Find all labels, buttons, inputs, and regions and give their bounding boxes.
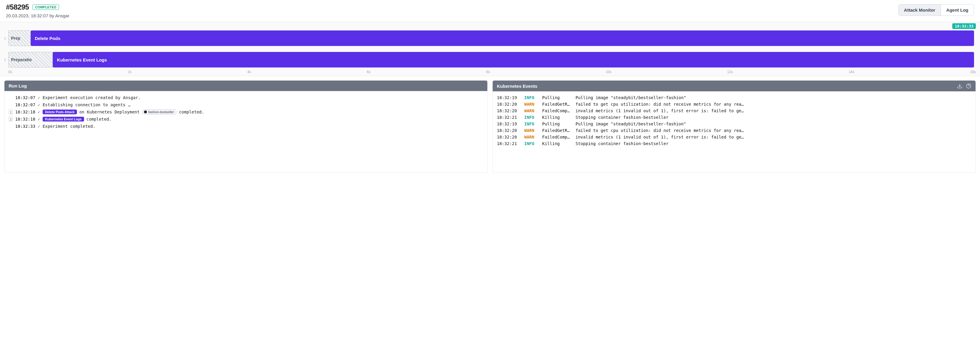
axis-tick: 6s [367,70,371,74]
k8s-events-header: Kubernetes Events [493,81,975,91]
event-timestamp: 18:32:21 [497,141,521,146]
event-reason: Pulling [542,122,572,126]
run-log-panel: Run Log 18:32:07✓Experiment execution cr… [4,80,488,173]
run-log-row: 118:32:18✓Delete Pods Attack on Kubernet… [9,108,483,115]
event-timestamp: 18:32:20 [497,128,521,133]
k8s-event-row: 18:32:21INFOKillingStopping container fa… [497,114,971,121]
timeline-axis: 0s2s4s6s8s10s12s14s16s [4,67,976,76]
k8s-event-row: 18:32:20WARNFailedCompu…invalid metrics … [497,134,971,140]
preparation-block[interactable]: Preparatio [8,52,53,67]
axis-tick: 2s [128,70,132,74]
check-icon: ✓ [38,124,40,129]
timeline-lane: 1PrepDelete Pods [4,30,976,46]
event-level: WARN [524,128,539,133]
axis-tick: 0s [8,70,12,74]
download-icon[interactable] [957,83,963,89]
check-icon: ✓ [38,117,40,122]
event-message: failed to get cpu utilization: did not r… [576,128,971,133]
event-message: Pulling image "steadybit/bestseller-fash… [576,122,971,126]
event-reason: FailedGetRe… [542,102,572,107]
panels: Run Log 18:32:07✓Experiment execution cr… [0,76,980,177]
run-log-row: 18:32:33✓Experiment completed. [9,123,483,130]
row-index [9,123,13,129]
step-pill[interactable]: Kubernetes Event Logs [43,117,84,122]
timeline-lane: 2PreparatioKubernetes Event Logs [4,52,976,67]
event-level: INFO [524,141,539,146]
run-log-title: Run Log [9,83,27,88]
k8s-event-row: 18:32:20WARNFailedGetRe…failed to get cp… [497,101,971,107]
run-log-row: 18:32:07✓Establishing connection to agen… [9,101,483,108]
k8s-events-body: 18:32:19INFOPullingPulling image "steady… [493,91,975,150]
view-tabs: Attack Monitor Agent Log [898,4,974,16]
k8s-event-row: 18:32:20WARNFailedGetRe…failed to get cp… [497,127,971,134]
row-index: 1 [9,109,13,115]
log-timestamp: 18:32:07 [15,95,35,100]
check-icon: ✓ [38,110,40,114]
axis-tick: 8s [486,70,490,74]
k8s-events-title: Kubernetes Events [497,83,538,89]
k8s-event-row: 18:32:20WARNFailedCompu…invalid metrics … [497,107,971,114]
log-text: Experiment completed. [43,124,95,129]
page-header: #58295 COMPLETED 20.03.2023, 18:32:07 by… [0,0,980,22]
event-message: Pulling image "steadybit/bestseller-fash… [576,95,971,100]
log-timestamp: 18:32:07 [15,102,35,107]
k8s-event-row: 18:32:19INFOPullingPulling image "steady… [497,94,971,101]
title-row: #58295 COMPLETED [6,3,70,11]
event-message: Stopping container fashion-bestseller [576,115,971,120]
axis-tick: 16s [970,70,976,74]
log-timestamp: 18:32:33 [15,124,35,129]
step-block[interactable]: Kubernetes Event Logs [53,52,974,67]
event-message: invalid metrics (1 invalid out of 1), fi… [576,134,971,139]
event-reason: Pulling [542,95,572,100]
event-reason: FailedCompu… [542,108,572,113]
event-reason: FailedGetRe… [542,128,572,133]
event-timestamp: 18:32:20 [497,134,521,139]
check-icon: ✓ [38,102,40,107]
lane-track: PreparatioKubernetes Event Logs [8,52,976,67]
k8s-event-row: 18:32:19INFOPullingPulling image "steady… [497,121,971,127]
event-level: INFO [524,122,539,126]
event-message: invalid metrics (1 invalid out of 1), fi… [576,108,971,113]
event-message: Stopping container fashion-bestseller [576,141,971,146]
log-text: on Kubernetes Deployment [79,110,140,114]
log-text: completed. [179,110,204,114]
tab-agent-log[interactable]: Agent Log [941,5,974,16]
status-badge: COMPLETED [32,5,59,10]
run-meta: 20.03.2023, 18:32:07 by Ansgar [6,13,70,18]
row-index [9,95,13,100]
k8s-events-actions [957,83,971,89]
run-log-header: Run Log [5,81,487,91]
current-time-chip: 18:32:33 [952,23,976,29]
event-reason: Killing [542,115,572,120]
timeline: 18:32:33 1PrepDelete Pods2PreparatioKube… [0,22,980,76]
k8s-event-row: 18:32:21INFOKillingStopping container fa… [497,140,971,147]
step-pill[interactable]: Delete Pods Attack [43,110,77,114]
event-level: INFO [524,115,539,120]
event-message: failed to get cpu utilization: did not r… [576,102,971,107]
preparation-block[interactable]: Prep [8,30,31,46]
event-level: WARN [524,102,539,107]
event-timestamp: 18:32:20 [497,108,521,113]
help-icon[interactable] [966,83,971,89]
tab-attack-monitor[interactable]: Attack Monitor [899,5,941,16]
event-reason: FailedCompu… [542,134,572,139]
log-text: Experiment execution created by Ansgar. [43,95,141,100]
run-log-row: 218:32:18✓Kubernetes Event Logs complete… [9,115,483,123]
k8s-events-panel: Kubernetes Events 18:32:19INFOPullingPul… [492,80,976,173]
event-level: INFO [524,95,539,100]
event-timestamp: 18:32:19 [497,95,521,100]
row-index [9,102,13,107]
event-level: WARN [524,134,539,139]
axis-tick: 4s [247,70,251,74]
event-timestamp: 18:32:19 [497,122,521,126]
axis-tick: 12s [727,70,733,74]
target-chip[interactable]: fashion-bestseller [142,109,177,115]
event-timestamp: 18:32:20 [497,102,521,107]
event-level: WARN [524,108,539,113]
lane-track: PrepDelete Pods [8,30,976,46]
step-block[interactable]: Delete Pods [31,30,974,46]
check-icon: ✓ [38,95,40,100]
event-timestamp: 18:32:21 [497,115,521,120]
run-id: #58295 [6,3,29,11]
lane-number: 1 [4,30,6,46]
